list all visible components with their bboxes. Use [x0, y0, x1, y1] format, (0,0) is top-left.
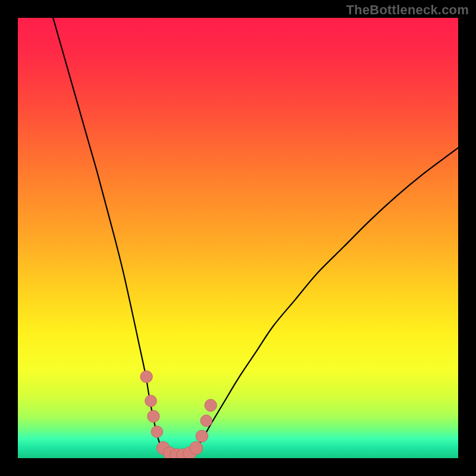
- valley-marker: [145, 395, 157, 407]
- bottleneck-chart: [18, 18, 458, 458]
- valley-marker: [151, 426, 163, 438]
- chart-frame: TheBottleneck.com: [0, 0, 476, 476]
- valley-marker: [201, 415, 212, 427]
- valley-marker: [196, 430, 208, 442]
- valley-marker: [190, 441, 203, 455]
- valley-marker: [148, 411, 159, 422]
- watermark-text: TheBottleneck.com: [346, 2, 469, 18]
- valley-marker: [205, 399, 217, 411]
- plot-area: [18, 18, 458, 458]
- gradient-background: [18, 18, 458, 458]
- valley-marker: [140, 371, 152, 383]
